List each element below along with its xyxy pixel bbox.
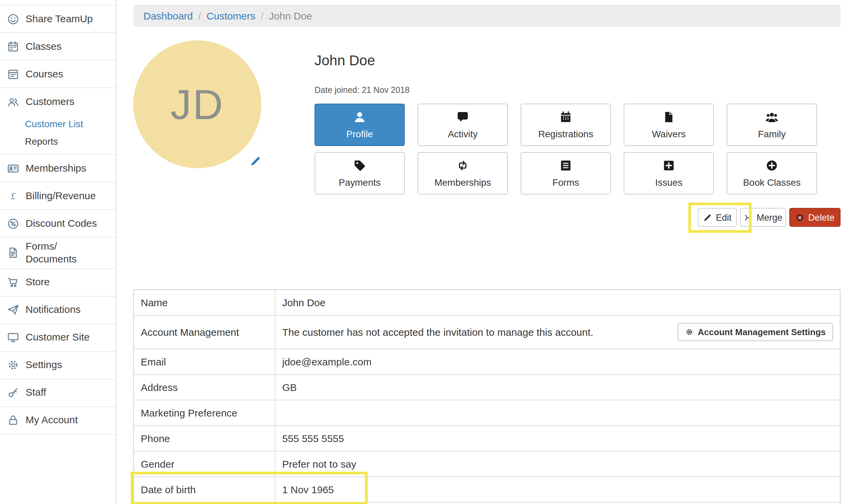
svg-text:£: £: [11, 191, 16, 201]
gear-solid-icon: [685, 328, 694, 337]
tab-issues[interactable]: Issues: [624, 152, 714, 195]
sidebar-item-settings[interactable]: Settings: [0, 352, 116, 378]
sidebar-item-billing-revenue[interactable]: £Billing/Revenue: [0, 182, 116, 209]
comment-icon: [456, 110, 469, 124]
list-icon: [559, 159, 573, 172]
tab-profile[interactable]: Profile: [315, 104, 405, 146]
sidebar-items: Share TeamUpClassesCoursesCustomersCusto…: [0, 5, 116, 434]
merge-button[interactable]: Merge: [740, 208, 786, 227]
sidebar-item-label: Discount Codes: [25, 217, 97, 230]
breadcrumb-customers[interactable]: Customers: [206, 10, 255, 21]
calendar-icon: [7, 40, 19, 53]
tab-label: Forms: [552, 177, 579, 188]
sidebar-group: Discount Codes: [0, 210, 116, 237]
detail-row-value: 555 555 5555: [276, 426, 840, 451]
sidebar-item-customer-site[interactable]: Customer Site: [0, 324, 116, 351]
gear-icon: [7, 359, 19, 372]
delete-button[interactable]: Delete: [789, 208, 840, 227]
sidebar-subitem-reports[interactable]: Reports: [0, 132, 116, 150]
detail-row-label: Account Management: [134, 316, 276, 348]
detail-row-marketing-preference: Marketing Preference: [134, 400, 840, 426]
sidebar-item-label: Forms/ Documents: [25, 240, 77, 266]
sidebar-subitem-customer-list[interactable]: Customer List: [0, 115, 116, 132]
sidebar-item-notifications[interactable]: Notifications: [0, 296, 116, 323]
sidebar-item-courses[interactable]: Courses: [0, 60, 116, 88]
course-calendar-icon: [7, 68, 19, 80]
merge-button-label: Merge: [757, 212, 783, 222]
breadcrumb-dashboard[interactable]: Dashboard: [143, 10, 193, 21]
detail-row-email: Emailjdoe@example.com: [134, 349, 840, 375]
tab-memberships[interactable]: Memberships: [418, 152, 508, 195]
tab-label: Payments: [339, 177, 381, 188]
sidebar-item-staff[interactable]: Staff: [0, 379, 116, 406]
edit-button-label: Edit: [716, 212, 732, 222]
detail-row-gender: GenderPrefer not to say: [134, 451, 840, 477]
detail-row-value-text: John Doe: [282, 297, 325, 308]
lock-icon: [7, 414, 19, 427]
sidebar-item-label: Notifications: [25, 304, 81, 316]
delete-button-label: Delete: [808, 212, 835, 222]
breadcrumb-separator: /: [198, 10, 201, 21]
detail-row-value-text: 1 Nov 1965: [282, 484, 334, 495]
sidebar-item-share-teamup[interactable]: Share TeamUp: [0, 5, 116, 32]
sidebar-group: My Account: [0, 407, 116, 434]
tab-registrations[interactable]: Registrations: [521, 104, 611, 146]
file-icon: [662, 110, 676, 124]
tab-waivers[interactable]: Waivers: [624, 104, 714, 146]
sidebar-item-label: Staff: [25, 386, 46, 399]
sidebar-item-label: Customers: [25, 95, 74, 108]
sidebar: Share TeamUpClassesCoursesCustomersCusto…: [0, 0, 117, 504]
sidebar-group: Forms/ Documents: [0, 237, 116, 269]
detail-row-value: jdoe@example.com: [276, 349, 840, 374]
sidebar-item-memberships[interactable]: Memberships: [0, 155, 116, 182]
tab-family[interactable]: Family: [727, 104, 817, 146]
detail-row-label: Email: [134, 349, 276, 374]
avatar-edit-pencil-icon[interactable]: [250, 156, 261, 167]
sidebar-item-label: Settings: [25, 359, 62, 372]
detail-row-value: Prefer not to say: [276, 451, 840, 476]
sidebar-group: Customer Site: [0, 324, 116, 352]
profile-tab-grid: ProfileActivityRegistrationsWaiversFamil…: [315, 104, 817, 195]
sidebar-group: Share TeamUp: [0, 5, 116, 33]
users-icon: [765, 110, 779, 124]
breadcrumb-separator: /: [261, 10, 263, 21]
smiley-icon: [7, 13, 19, 25]
detail-row-label: Name: [134, 290, 276, 315]
detail-row-address: AddressGB: [134, 375, 840, 400]
edit-button[interactable]: Edit: [698, 208, 737, 227]
tab-label: Activity: [448, 128, 478, 139]
account-management-settings-button[interactable]: Account Management Settings: [678, 323, 833, 341]
detail-row-value-text: Prefer not to say: [282, 458, 356, 470]
sidebar-item-my-account[interactable]: My Account: [0, 407, 116, 434]
detail-row-label: [134, 503, 276, 504]
cart-icon: [7, 276, 19, 289]
people-icon: [7, 95, 19, 108]
sidebar-item-forms-documents[interactable]: Forms/ Documents: [0, 237, 116, 268]
sidebar-item-customers[interactable]: Customers: [0, 88, 116, 115]
detail-row-value-text: The customer has not accepted the invita…: [282, 326, 593, 338]
sidebar-item-store[interactable]: Store: [0, 269, 116, 296]
sidebar-item-label: Memberships: [25, 162, 86, 175]
sidebar-top-divider: [0, 0, 116, 5]
sidebar-item-classes[interactable]: Classes: [0, 33, 116, 60]
monitor-icon: [7, 331, 19, 344]
tab-forms[interactable]: Forms: [521, 152, 611, 195]
sidebar-item-label: Store: [25, 276, 50, 289]
tab-book-classes[interactable]: Book Classes: [727, 152, 817, 195]
sidebar-item-discount-codes[interactable]: Discount Codes: [0, 210, 116, 237]
sidebar-group: CustomersCustomer ListReports: [0, 88, 116, 155]
detail-row-value: GB: [276, 375, 840, 400]
app-root: Share TeamUpClassesCoursesCustomersCusto…: [0, 0, 854, 504]
tab-label: Family: [758, 128, 786, 139]
detail-row-value: [276, 503, 840, 504]
detail-row-account-management: Account ManagementThe customer has not a…: [134, 316, 840, 349]
tab-payments[interactable]: Payments: [315, 152, 405, 195]
sidebar-item-label: My Account: [25, 414, 78, 427]
detail-row-value: The customer has not accepted the invita…: [276, 316, 840, 348]
customer-name-title: John Doe: [315, 53, 375, 69]
detail-row-label: Gender: [134, 451, 276, 476]
sidebar-item-label: Customer Site: [25, 331, 90, 344]
sidebar-group: Settings: [0, 352, 116, 379]
paper-plane-icon: [7, 304, 19, 316]
tab-activity[interactable]: Activity: [418, 104, 508, 146]
